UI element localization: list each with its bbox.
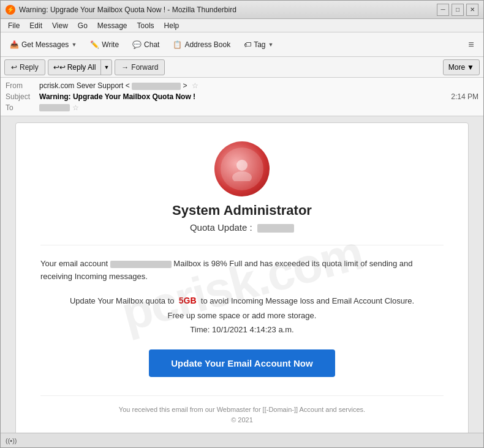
title-bar: ⚡ Warning: Upgrade Your Mailbox Quota No… [1,1,483,19]
chat-button[interactable]: 💬 Chat [127,36,165,53]
email-address-redacted [110,261,172,268]
from-value: pcrisk.com Sever Support < > ☆ [39,81,478,90]
reply-all-icon: ↩↩ [53,63,66,72]
address-book-icon: 📋 [173,40,182,49]
forward-icon: → [121,63,129,72]
tag-label: Tag [254,40,265,49]
to-row: To ☆ [6,102,478,113]
get-messages-icon: 📥 [10,40,19,49]
svg-point-1 [232,171,252,181]
chat-label: Chat [144,40,159,49]
write-icon: ✏️ [90,40,99,49]
window-title: Warning: Upgrade Your Mailbox Quota Now … [19,6,437,14]
reply-all-label: Reply All [67,63,96,72]
from-redacted [132,83,181,90]
more-label: More [448,63,465,72]
email-time: 2:14 PM [451,92,478,101]
logo-circle [214,141,270,196]
main-toolbar: 📥 Get Messages ▼ ✏️ Write 💬 Chat 📋 Addre… [1,32,483,57]
menu-file[interactable]: File [3,20,25,31]
window-controls: ─ □ ✕ [437,4,478,16]
menu-edit[interactable]: Edit [25,20,47,31]
divider [40,245,444,245]
menu-message[interactable]: Message [93,20,132,31]
hamburger-button[interactable]: ≡ [463,36,480,53]
body-text: Your email account Mailbox is 98% Full a… [40,258,444,283]
menu-tools[interactable]: Tools [132,20,159,31]
app-icon: ⚡ [6,5,15,15]
app-window: ⚡ Warning: Upgrade Your Mailbox Quota No… [0,0,484,448]
get-messages-label: Get Messages [21,40,69,49]
more-arrow-icon: ▼ [467,63,474,72]
minimize-button[interactable]: ─ [437,4,449,16]
address-book-button[interactable]: 📋 Address Book [167,36,236,53]
email-footer: You received this email from our Webmast… [40,395,444,426]
reply-toolbar: ↩ Reply ↩↩ Reply All ▼ → Forward More ▼ [1,57,483,78]
logo-area [40,141,444,196]
to-label: To [6,103,39,112]
tag-button[interactable]: 🏷 Tag ▼ [238,36,279,53]
tag-arrow-icon: ▼ [268,42,274,48]
reply-icon: ↩ [11,63,17,72]
reply-all-dropdown[interactable]: ▼ [100,60,112,75]
highlight-5gb: 5GB [179,296,197,305]
status-bar: ((•)) [1,433,483,447]
email-title: System Administrator [40,203,444,218]
close-button[interactable]: ✕ [466,4,478,16]
tag-icon: 🏷 [244,40,251,49]
to-redacted [39,104,70,111]
chat-icon: 💬 [132,40,142,49]
subject-value: Warning: Upgrade Your Mailbox Quota Now … [39,92,451,101]
maximize-button[interactable]: □ [452,4,464,16]
update-text: Update Your Mailbox quota to 5GB to avoi… [40,293,444,337]
quota-redacted [257,224,294,233]
reply-button[interactable]: ↩ Reply [4,59,45,75]
svg-point-0 [236,160,248,171]
reply-label: Reply [20,63,39,72]
menu-go[interactable]: Go [73,20,93,31]
forward-button[interactable]: → Forward [115,59,165,75]
write-label: Write [102,40,119,49]
from-label: From [6,81,39,90]
forward-label: Forward [131,63,158,72]
email-headers: From pcrisk.com Sever Support < > ☆ Subj… [1,78,483,116]
email-body-container: pcrisk.com System Administrator Quota Up… [1,116,483,433]
address-book-label: Address Book [184,40,230,49]
more-button[interactable]: More ▼ [443,59,480,75]
reply-all-main[interactable]: ↩↩ Reply All [48,60,101,75]
logo-inner-icon [221,147,263,190]
menu-view[interactable]: View [47,20,73,31]
cta-container: Update Your Email Account Now [40,349,444,377]
to-star-icon[interactable]: ☆ [72,103,79,112]
subject-row: Subject Warning: Upgrade Your Mailbox Qu… [6,91,478,102]
menu-bar: File Edit View Go Message Tools Help [1,19,483,32]
email-card: pcrisk.com System Administrator Quota Up… [15,122,469,433]
from-star-icon[interactable]: ☆ [192,81,199,90]
subject-label: Subject [6,92,39,101]
reply-all-split-button[interactable]: ↩↩ Reply All ▼ [48,59,113,75]
from-row: From pcrisk.com Sever Support < > ☆ [6,80,478,91]
quota-line: Quota Update : [40,222,444,233]
update-email-button[interactable]: Update Your Email Account Now [149,349,335,377]
signal-icon: ((•)) [6,437,17,444]
get-messages-button[interactable]: 📥 Get Messages ▼ [4,36,82,53]
get-messages-arrow-icon: ▼ [71,42,77,48]
write-button[interactable]: ✏️ Write [85,36,124,53]
menu-help[interactable]: Help [159,20,184,31]
